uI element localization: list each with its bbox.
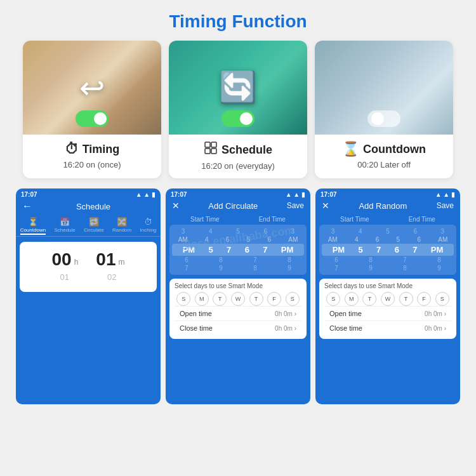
picker-row-dim3-3: 7989 (319, 264, 456, 272)
picker-row-selected-3: PM5767PM (322, 244, 454, 256)
days-label-3: Select days to use Smart Mode (324, 282, 451, 289)
status-bar-3: 17:07 ▲ ▲ ▮ (315, 188, 460, 199)
toggle-knob-timing (94, 112, 107, 125)
picker-header-3: Start Time End Time (315, 213, 460, 223)
days-section-3: Select days to use Smart Mode S M T W T … (319, 279, 456, 339)
day-T2-3[interactable]: T (399, 292, 413, 306)
toggle-schedule[interactable] (221, 110, 255, 127)
day-S2-2[interactable]: S (286, 292, 300, 306)
days-row-2: S M T W T F S (175, 292, 301, 306)
tab-circulate-icon: 🔁 (89, 217, 99, 227)
schedule-feature-icon (204, 141, 218, 159)
day-S2-3[interactable]: S (435, 292, 449, 306)
card-image-countdown (315, 41, 453, 135)
phone-circulate: 17:07 ▲ ▲ ▮ ✕ Add Circulate Save Start T… (166, 188, 310, 404)
save-btn-2[interactable]: Save (287, 201, 304, 210)
svg-rect-0 (205, 142, 210, 147)
day-M-3[interactable]: M (345, 292, 359, 306)
back-arrow-1[interactable]: ← (22, 201, 32, 212)
day-W-2[interactable]: W (231, 292, 245, 306)
hours-unit: h (74, 258, 79, 267)
status-bar-2: 17:07 ▲ ▲ ▮ (166, 188, 310, 199)
countdown-feature-icon: ⌛ (342, 141, 359, 157)
days-row-3: S M T W T F S (324, 292, 451, 306)
phone-header-1: ← Schedule (16, 199, 161, 215)
toggle-timing[interactable] (76, 110, 109, 127)
days-section-2: Select days to use Smart Mode S M T W T … (169, 279, 307, 339)
status-icons-3: ▲ ▲ ▮ (435, 191, 455, 198)
day-T2-2[interactable]: T (249, 292, 263, 306)
toggle-knob-countdown (371, 112, 384, 125)
feature-cards-container: ↩ ⏱ Timing 16:20 on (once) 🔄 (0, 41, 476, 188)
day-F-2[interactable]: F (267, 292, 281, 306)
open-time-row-2[interactable]: Open time 0h 0m › (175, 306, 301, 321)
feature-card-countdown: ⌛ Countdown 00:20 Later off (315, 41, 453, 178)
open-time-row-3[interactable]: Open time 0h 0m › (324, 306, 451, 321)
time-picker-2: 34563 AM4656AM PM5767PM 6878 7989 (169, 225, 307, 275)
day-T1-2[interactable]: T (213, 292, 227, 306)
day-M-2[interactable]: M (195, 292, 209, 306)
card-title-schedule: Schedule (176, 141, 300, 159)
tab-inching[interactable]: ⏱ Inching (140, 217, 157, 235)
countdown-label: Countdown (363, 143, 426, 156)
time-sub-row: 01 02 (23, 272, 153, 287)
day-S1-2[interactable]: S (176, 292, 190, 306)
save-btn-3[interactable]: Save (437, 201, 454, 210)
tab-random-icon: 🔀 (117, 217, 127, 227)
status-time-2: 17:07 (171, 191, 187, 198)
feature-card-timing: ↩ ⏱ Timing 16:20 on (once) (23, 41, 161, 178)
day-T1-3[interactable]: T (362, 292, 376, 306)
phone-header-3: ✕ Add Random Save (315, 199, 460, 213)
phone-tabs-1: ⏳ Countdown 📅 Schedule 🔁 Circulate 🔀 Ran… (16, 215, 161, 237)
picker-header-2: Start Time End Time (166, 213, 310, 223)
tab-countdown-label: Countdown (20, 227, 46, 233)
minutes-display: 01 (96, 249, 116, 270)
phone-screenshots-container: 17:07 ▲ ▲ ▮ ← Schedule ⏳ Countdown 📅 Sch… (0, 188, 476, 404)
close-btn-3[interactable]: ✕ (322, 201, 329, 211)
phone-schedule: 17:07 ▲ ▲ ▮ ← Schedule ⏳ Countdown 📅 Sch… (16, 188, 161, 404)
svg-rect-1 (211, 142, 216, 147)
open-time-value-2: 0h 0m › (275, 310, 296, 317)
tab-countdown[interactable]: ⏳ Countdown (20, 217, 46, 235)
hours-sub: 01 (60, 272, 69, 282)
tab-inching-icon: ⏱ (144, 217, 152, 227)
tab-random[interactable]: 🔀 Random (112, 217, 131, 235)
day-S1-3[interactable]: S (326, 292, 340, 306)
toggle-countdown[interactable] (367, 110, 400, 127)
days-label-2: Select days to use Smart Mode (175, 282, 301, 289)
close-time-value-2: 0h 0m › (275, 325, 296, 332)
close-time-label-2: Close time (180, 324, 213, 332)
header-title-2: Add Circulate (208, 201, 258, 211)
end-time-label-2: End Time (259, 216, 286, 223)
card-body-countdown: ⌛ Countdown 00:20 Later off (315, 135, 453, 177)
tab-schedule[interactable]: 📅 Schedule (54, 217, 75, 235)
schedule-label: Schedule (221, 143, 272, 157)
tab-countdown-icon: ⏳ (28, 217, 38, 227)
day-F-3[interactable]: F (417, 292, 431, 306)
svg-rect-2 (205, 149, 210, 154)
close-time-row-2[interactable]: Close time 0h 0m › (175, 321, 301, 335)
tab-schedule-icon: 📅 (60, 217, 70, 227)
timing-icon: ↩ (79, 70, 105, 105)
schedule-subtitle: 16:20 on (everyday) (176, 161, 300, 171)
minutes-unit: m (119, 258, 125, 267)
card-image-schedule: 🔄 (169, 41, 307, 135)
status-time-3: 17:07 (321, 191, 337, 198)
tab-schedule-label: Schedule (54, 227, 75, 233)
card-title-timing: ⏱ Timing (30, 141, 154, 157)
close-btn-2[interactable]: ✕ (172, 201, 180, 211)
tab-circulate[interactable]: 🔁 Circulate (84, 217, 104, 235)
tab-random-label: Random (112, 227, 131, 233)
phone-random: 17:07 ▲ ▲ ▮ ✕ Add Random Save Start Time… (315, 188, 460, 404)
day-W-3[interactable]: W (381, 292, 395, 306)
tab-inching-label: Inching (140, 227, 157, 233)
time-picker-3: 34563 AM4656AM PM5767PM 6878 7989 (319, 225, 456, 275)
picker-row-dim2-3: 6878 (319, 256, 456, 264)
picker-row-dim1-2: 34563 (169, 227, 307, 235)
status-bar-1: 17:07 ▲ ▲ ▮ (16, 188, 161, 199)
tab-circulate-label: Circulate (84, 227, 104, 233)
close-time-row-3[interactable]: Close time 0h 0m › (324, 321, 451, 335)
minutes-sub: 02 (107, 272, 116, 282)
card-body-schedule: Schedule 16:20 on (everyday) (169, 135, 307, 178)
phone-header-2: ✕ Add Circulate Save (166, 199, 310, 213)
